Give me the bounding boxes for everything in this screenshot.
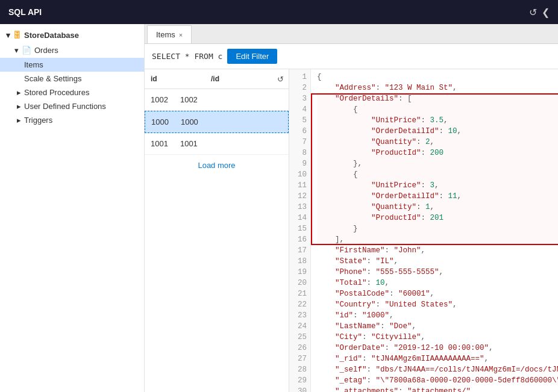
json-line: "Country": "United States", bbox=[317, 299, 558, 310]
json-line: "OrderDetailId": 11, bbox=[317, 191, 558, 202]
sidebar-group-triggers[interactable]: ▸ Triggers bbox=[0, 113, 144, 127]
json-content: 1234567891011121314151617181920212223242… bbox=[289, 69, 558, 392]
chevron-right-icon: ▸ bbox=[17, 102, 21, 111]
tab-close[interactable]: × bbox=[179, 31, 183, 39]
json-line: "_etag": "\"7800a68a-0000-0200-0000-5def… bbox=[317, 375, 558, 386]
json-line: "Total": 10, bbox=[317, 278, 558, 288]
tab-items[interactable]: Items × bbox=[147, 25, 192, 43]
json-line: "State": "IL", bbox=[317, 256, 558, 267]
cell-id: 1002 bbox=[145, 93, 174, 107]
json-line: "FirstName": "John", bbox=[317, 245, 558, 256]
cell-fid: 1002 bbox=[174, 93, 204, 107]
collection-icon: 📄 bbox=[22, 46, 31, 55]
app-title: SQL API bbox=[8, 7, 42, 17]
json-lines: { "Address": "123 W Main St", "OrderDeta… bbox=[311, 69, 558, 392]
json-line: }, bbox=[317, 158, 558, 169]
json-line: "_self": "dbs/tJN4AA==/colls/tJN4AMgz6mI… bbox=[317, 364, 558, 375]
col-fid-header: /id bbox=[205, 72, 272, 86]
query-text: SELECT * FROM c bbox=[152, 52, 222, 61]
chevron-right-icon: ▸ bbox=[17, 116, 21, 125]
json-line: "OrderDetails": [ bbox=[317, 93, 558, 104]
sidebar-item-scale-settings[interactable]: Scale & Settings bbox=[0, 72, 144, 86]
json-pane[interactable]: 1234567891011121314151617181920212223242… bbox=[289, 69, 558, 392]
json-line: "Quantity": 2, bbox=[317, 137, 558, 148]
content-area: Items × SELECT * FROM c Edit Filter id /… bbox=[145, 24, 558, 392]
tab-label: Items bbox=[156, 30, 175, 39]
json-line: "OrderDate": "2019-12-10 00:00:00", bbox=[317, 343, 558, 353]
refresh-icon[interactable]: ↺ bbox=[529, 7, 537, 18]
json-line: "Quantity": 1, bbox=[317, 202, 558, 213]
json-line: { bbox=[317, 169, 558, 180]
sidebar-group-udf[interactable]: ▸ User Defined Functions bbox=[0, 99, 144, 113]
sidebar-db[interactable]: ▾ 🗄 StoreDatabase bbox=[0, 28, 144, 43]
triggers-label: Triggers bbox=[24, 116, 52, 125]
json-line: ], bbox=[317, 234, 558, 245]
cell-fid: 1001 bbox=[174, 137, 204, 151]
json-line: "UnitPrice": 3, bbox=[317, 180, 558, 191]
json-line: "Phone": "555-555-5555", bbox=[317, 267, 558, 278]
json-line: "LastName": "Doe", bbox=[317, 321, 558, 332]
json-line: "UnitPrice": 3.5, bbox=[317, 115, 558, 126]
query-bar: SELECT * FROM c Edit Filter bbox=[145, 44, 558, 69]
sidebar-group-stored-procedures[interactable]: ▸ Stored Procedures bbox=[0, 86, 144, 99]
json-line: } bbox=[317, 223, 558, 234]
json-line: "PostalCode": "60001", bbox=[317, 288, 558, 299]
table-rows: 100210021000100010011001 bbox=[145, 89, 289, 155]
collapse-icon[interactable]: ❮ bbox=[542, 7, 550, 18]
cell-id: 1001 bbox=[145, 137, 174, 151]
chevron-right-icon: ▸ bbox=[17, 88, 21, 97]
json-line: "OrderDetailId": 10, bbox=[317, 126, 558, 137]
col-id-header: id bbox=[145, 72, 205, 86]
udf-label: User Defined Functions bbox=[24, 102, 106, 111]
load-more[interactable]: Load more bbox=[145, 155, 289, 176]
edit-filter-button[interactable]: Edit Filter bbox=[227, 49, 277, 64]
db-icon: 🗄 bbox=[13, 31, 21, 40]
json-line: "_attachments": "attachments/", bbox=[317, 386, 558, 392]
line-numbers: 1234567891011121314151617181920212223242… bbox=[289, 69, 311, 392]
collection-label: Orders bbox=[34, 46, 58, 55]
table-row[interactable]: 10001000 bbox=[145, 111, 289, 133]
json-line: "ProductId": 201 bbox=[317, 213, 558, 223]
table-pane: id /id ↺ 100210021000100010011001 Load m… bbox=[145, 69, 289, 392]
cell-fid: 1000 bbox=[175, 115, 204, 129]
sidebar: ▾ 🗄 StoreDatabase ▾ 📄 Orders Items Scale… bbox=[0, 24, 145, 392]
tab-bar: Items × bbox=[145, 24, 558, 44]
json-line: { bbox=[317, 104, 558, 115]
json-line: "City": "Cityville", bbox=[317, 332, 558, 343]
db-label: StoreDatabase bbox=[24, 31, 79, 40]
chevron-down-icon: ▾ bbox=[14, 46, 19, 55]
split-pane: id /id ↺ 100210021000100010011001 Load m… bbox=[145, 69, 558, 392]
json-line: "id": "1000", bbox=[317, 310, 558, 321]
sidebar-collection[interactable]: ▾ 📄 Orders bbox=[0, 43, 144, 58]
json-line: "_rid": "tJN4AMgz6mIIAAAAAAAAA==", bbox=[317, 353, 558, 364]
json-line: { bbox=[317, 72, 558, 82]
chevron-down-icon: ▾ bbox=[6, 31, 10, 40]
table-row[interactable]: 10011001 bbox=[145, 133, 289, 155]
sidebar-item-items[interactable]: Items bbox=[0, 58, 144, 72]
json-line: "Address": "123 W Main St", bbox=[317, 82, 558, 93]
table-header: id /id ↺ bbox=[145, 69, 289, 89]
table-row[interactable]: 10021002 bbox=[145, 89, 289, 111]
cell-id: 1000 bbox=[145, 115, 175, 129]
json-line: "ProductId": 200 bbox=[317, 148, 558, 158]
stored-procedures-label: Stored Procedures bbox=[24, 88, 89, 97]
table-refresh-icon[interactable]: ↺ bbox=[272, 72, 289, 86]
